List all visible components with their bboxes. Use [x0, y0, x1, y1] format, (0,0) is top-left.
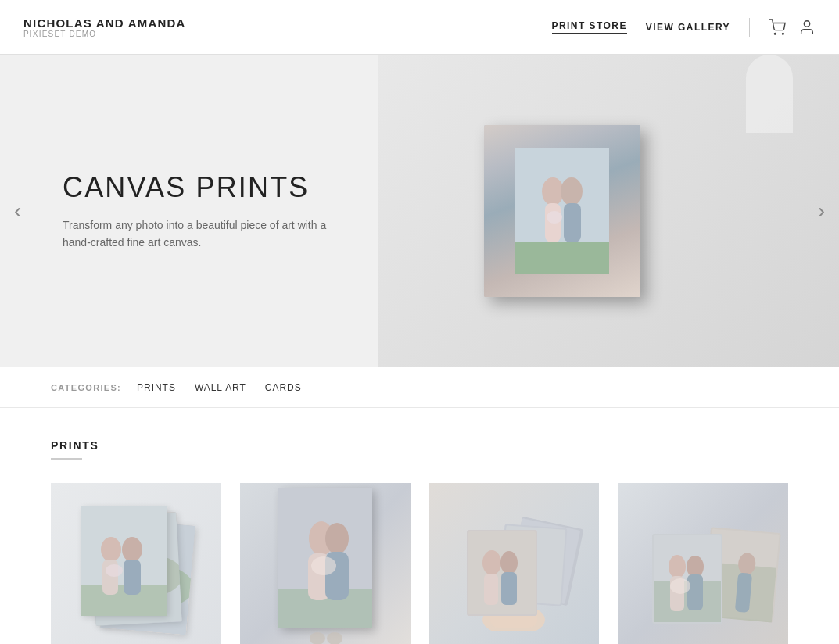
- fine-art-display: [644, 518, 762, 620]
- svg-point-2: [804, 20, 809, 26]
- header-icons: [769, 19, 816, 36]
- svg-rect-26: [124, 560, 141, 595]
- svg-point-61: [670, 578, 690, 594]
- product-card-large-format[interactable]: Large Format Print From $10.00: [240, 483, 411, 644]
- product-card-square[interactable]: Square Print From $3.00: [429, 483, 600, 644]
- print-img-3: [81, 506, 167, 616]
- fine-art-svg: [644, 518, 785, 635]
- svg-point-0: [774, 33, 776, 34]
- svg-point-27: [106, 564, 123, 577]
- square-prints-svg: [443, 506, 584, 631]
- svg-point-32: [325, 523, 349, 554]
- product-image-print: [51, 483, 221, 644]
- svg-point-25: [122, 537, 142, 562]
- large-print-svg: [278, 488, 372, 628]
- large-format-display: [278, 488, 372, 644]
- product-image-fine-art: [618, 483, 788, 644]
- svg-point-57: [669, 555, 686, 578]
- nav-print-store[interactable]: PRINT STORE: [552, 20, 627, 34]
- square-print-display: [443, 506, 584, 631]
- svg-point-8: [561, 177, 583, 206]
- print-stack: [81, 506, 191, 631]
- svg-point-59: [687, 556, 704, 578]
- hero-content: CANVAS PRINTS Transform any photo into a…: [0, 171, 344, 252]
- product-image-square: [429, 483, 600, 644]
- person-feet-svg: [302, 627, 349, 644]
- category-prints[interactable]: PRINTS: [137, 379, 176, 396]
- print-layer-front: [81, 506, 167, 616]
- categories-bar: CATEGORIES: PRINTS WALL ART CARDS: [0, 367, 839, 408]
- logo[interactable]: NICHOLAS AND AMANDA PIXIESET DEMO: [23, 16, 186, 38]
- logo-title: NICHOLAS AND AMANDA: [23, 16, 186, 30]
- categories-label: CATEGORIES:: [51, 383, 121, 392]
- svg-point-10: [547, 211, 562, 224]
- svg-rect-48: [501, 572, 517, 605]
- header: NICHOLAS AND AMANDA PIXIESET DEMO PRINT …: [0, 0, 839, 55]
- svg-point-45: [482, 550, 501, 575]
- svg-rect-46: [484, 574, 498, 605]
- svg-point-23: [101, 537, 121, 562]
- canvas-print-display: [484, 125, 640, 297]
- nav-view-gallery[interactable]: VIEW GALLERY: [646, 22, 730, 33]
- product-image-large-format: [240, 483, 411, 644]
- main-content: PRINTS: [0, 408, 839, 644]
- logo-subtitle: PIXIESET DEMO: [23, 30, 186, 38]
- couple-svg: [515, 148, 609, 274]
- svg-point-47: [500, 551, 518, 574]
- hero-title: CANVAS PRINTS: [63, 171, 344, 204]
- svg-point-1: [782, 33, 783, 34]
- hero-image: [378, 55, 839, 367]
- cart-icon[interactable]: [769, 19, 786, 36]
- category-wall-art[interactable]: WALL ART: [195, 379, 246, 396]
- svg-rect-9: [564, 203, 581, 242]
- svg-point-35: [310, 632, 325, 644]
- category-cards[interactable]: CARDS: [265, 379, 302, 396]
- next-arrow-icon: ›: [818, 199, 825, 223]
- svg-rect-5: [515, 242, 609, 274]
- nav-divider: [749, 18, 750, 37]
- decor-lamp: [746, 55, 793, 133]
- hero-description: Transform any photo into a beautiful pie…: [63, 216, 344, 252]
- svg-point-36: [327, 632, 342, 644]
- products-grid: Print From $2.00: [51, 483, 788, 644]
- hero-section: ‹ CANVAS PRINTS Transform any photo into…: [0, 55, 839, 367]
- svg-rect-60: [687, 574, 703, 610]
- prints-section-title: PRINTS: [51, 439, 788, 452]
- large-print-image: [278, 488, 372, 628]
- product-card-fine-art[interactable]: Fine Art Print From $3.00: [618, 483, 788, 644]
- hero-next-button[interactable]: ›: [812, 192, 831, 230]
- prev-arrow-icon: ‹: [14, 199, 21, 223]
- hero-background: [378, 55, 839, 367]
- product-card-print[interactable]: Print From $2.00: [51, 483, 221, 644]
- hero-prev-button[interactable]: ‹: [8, 192, 27, 230]
- user-icon[interactable]: [798, 19, 816, 36]
- svg-point-34: [311, 556, 336, 575]
- section-divider: [51, 458, 82, 460]
- main-nav: PRINT STORE VIEW GALLERY: [552, 18, 816, 37]
- canvas-couple-image: [484, 125, 640, 297]
- svg-point-6: [542, 177, 564, 206]
